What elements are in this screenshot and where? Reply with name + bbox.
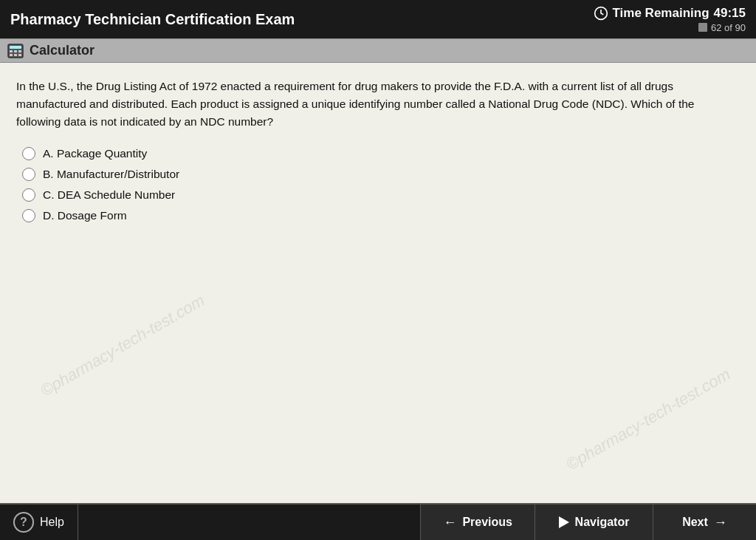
answer-option-a[interactable]: A. Package Quantity bbox=[22, 147, 740, 160]
previous-arrow-icon bbox=[443, 515, 456, 530]
radio-b[interactable] bbox=[22, 168, 35, 181]
header-right: Time Remaining 49:15 62 of 90 bbox=[594, 6, 746, 33]
svg-rect-5 bbox=[14, 50, 17, 52]
question-progress: 62 of 90 bbox=[711, 22, 746, 33]
answer-label-a: A. Package Quantity bbox=[43, 147, 147, 160]
exam-header: Pharmacy Technician Certification Exam T… bbox=[0, 0, 756, 38]
svg-rect-4 bbox=[10, 50, 13, 52]
nav-buttons: Previous Navigator Next bbox=[420, 505, 756, 540]
timer-icon bbox=[594, 6, 608, 21]
help-icon: ? bbox=[13, 512, 34, 533]
svg-rect-6 bbox=[18, 50, 21, 52]
footer: ? Help Previous Navigator Next bbox=[0, 503, 756, 540]
help-label: Help bbox=[40, 516, 64, 529]
next-button[interactable]: Next bbox=[653, 505, 756, 540]
svg-rect-8 bbox=[14, 54, 17, 56]
answer-option-c[interactable]: C. DEA Schedule Number bbox=[22, 188, 740, 202]
answer-label-d: D. Dosage Form bbox=[43, 209, 127, 222]
radio-a[interactable] bbox=[22, 147, 35, 160]
next-label: Next bbox=[682, 516, 708, 529]
answers-container: A. Package Quantity B. Manufacturer/Dist… bbox=[22, 147, 740, 222]
svg-rect-9 bbox=[18, 54, 21, 56]
svg-rect-3 bbox=[10, 46, 21, 49]
navigator-label: Navigator bbox=[575, 516, 630, 529]
answer-option-d[interactable]: D. Dosage Form bbox=[22, 209, 740, 222]
main-content: In the U.S., the Drug Listing Act of 197… bbox=[0, 63, 756, 503]
timer-label: Time Remaining bbox=[613, 6, 709, 21]
svg-rect-7 bbox=[10, 54, 13, 56]
watermark-2: ©pharmacy-tech-test.com bbox=[563, 365, 733, 475]
exam-title: Pharmacy Technician Certification Exam bbox=[10, 11, 295, 28]
calculator-icon bbox=[7, 44, 24, 58]
question-count: 62 of 90 bbox=[698, 22, 746, 33]
count-icon bbox=[698, 22, 708, 33]
answer-label-b: B. Manufacturer/Distributor bbox=[43, 168, 179, 181]
answer-option-b[interactable]: B. Manufacturer/Distributor bbox=[22, 168, 740, 181]
timer-row: Time Remaining 49:15 bbox=[594, 6, 746, 21]
navigator-play-icon bbox=[559, 516, 569, 528]
answer-label-c: C. DEA Schedule Number bbox=[43, 188, 175, 202]
calculator-bar[interactable]: Calculator bbox=[0, 38, 756, 63]
previous-button[interactable]: Previous bbox=[420, 505, 535, 540]
radio-c[interactable] bbox=[22, 188, 35, 202]
next-arrow-icon bbox=[714, 515, 727, 530]
question-text: In the U.S., the Drug Listing Act of 197… bbox=[16, 78, 740, 131]
previous-label: Previous bbox=[462, 516, 512, 529]
timer-value: 49:15 bbox=[714, 6, 746, 21]
radio-d[interactable] bbox=[22, 209, 35, 222]
help-section[interactable]: ? Help bbox=[0, 505, 78, 540]
watermark-1: ©pharmacy-tech-test.com bbox=[37, 291, 207, 401]
svg-rect-1 bbox=[698, 23, 707, 32]
footer-spacer bbox=[78, 505, 421, 540]
calculator-label: Calculator bbox=[30, 43, 94, 58]
navigator-button[interactable]: Navigator bbox=[535, 505, 653, 540]
